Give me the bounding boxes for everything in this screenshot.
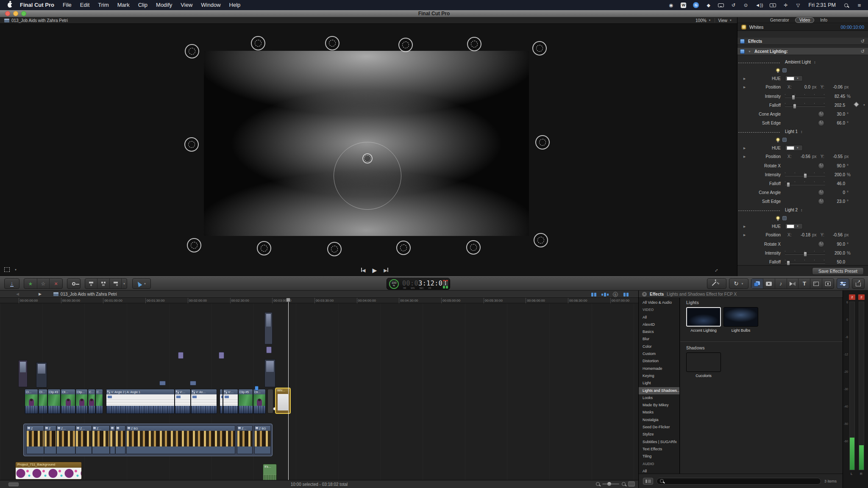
viewer-view-menu[interactable]: View — [718, 18, 728, 23]
timeline-clip[interactable]: Z… — [75, 425, 92, 454]
effects-browser-button[interactable] — [751, 279, 763, 288]
group-name-popup[interactable]: Ambient Light↕ — [785, 60, 816, 64]
param-dial[interactable] — [818, 198, 824, 205]
accent-lighting-header[interactable]: ▼ Accent Lighting: ↺ — [737, 48, 868, 55]
wifi-icon[interactable]: ▽ — [795, 2, 801, 8]
spotlight-search-icon[interactable] — [843, 2, 849, 8]
solo-toggle[interactable]: S — [613, 292, 618, 297]
light-control-handle[interactable] — [184, 137, 199, 152]
previous-frame-button[interactable]: ◀ — [361, 268, 365, 273]
generators-browser-button[interactable] — [822, 279, 834, 288]
effects-category-color[interactable]: Color — [639, 343, 679, 350]
zoom-out-icon[interactable] — [596, 482, 600, 486]
edit-options-dropdown[interactable]: ▼ — [122, 279, 127, 288]
save-effects-preset-button[interactable]: Save Effects Preset — [812, 267, 864, 275]
marker-clip[interactable] — [266, 347, 272, 353]
timeline-body[interactable]: Cl…Cl…Clip #3Cli…Clip…C…C…V: Angle 2 | A… — [0, 303, 638, 480]
slider-thumb[interactable] — [793, 104, 796, 109]
effects-category-all-video-audio[interactable]: All Video & Audio — [639, 299, 679, 306]
effects-enable-checkbox[interactable] — [740, 39, 745, 44]
timeline-clip[interactable] — [115, 425, 125, 454]
slider-thumb[interactable] — [804, 252, 807, 257]
menu-item-help[interactable]: Help — [225, 0, 245, 10]
timeline-clip[interactable]: C… — [95, 389, 103, 414]
light-control-handle[interactable] — [398, 38, 413, 52]
background-clip[interactable]: Project_711_Background — [15, 462, 82, 480]
param-value[interactable]: 200.0 — [825, 251, 845, 255]
menu-item-file[interactable]: File — [58, 0, 76, 10]
effects-category-light[interactable]: Light — [639, 380, 679, 387]
y-value[interactable]: -0.56 — [824, 233, 843, 237]
timeline-ruler[interactable]: 00:00:00:0000:00:30:0000:01:00:0000:01:3… — [0, 298, 638, 303]
battery-icon[interactable]: ↯ — [770, 2, 776, 8]
marker-clip[interactable] — [219, 352, 224, 359]
timeline-clip[interactable]: Clip… — [75, 389, 88, 414]
light-control-handle[interactable] — [257, 241, 271, 255]
param-slider[interactable] — [785, 97, 825, 98]
connected-clip[interactable] — [36, 362, 47, 388]
effects-category-custom[interactable]: Custom — [639, 350, 679, 358]
play-button[interactable]: ▶ — [372, 267, 377, 274]
zoom-window-button[interactable] — [21, 11, 26, 16]
effects-category-masks[interactable]: Masks — [639, 409, 679, 416]
w-app-icon[interactable]: W — [681, 2, 686, 8]
playhead[interactable] — [288, 298, 289, 480]
creative-cloud-icon[interactable]: ◉ — [668, 2, 674, 8]
light-control-handle[interactable] — [467, 37, 481, 51]
mini-audio-meter-left[interactable] — [443, 280, 445, 288]
light-control-handle[interactable] — [327, 242, 342, 256]
connected-clip[interactable] — [264, 312, 273, 344]
effects-category-nostalgia[interactable]: Nostalgia — [639, 416, 679, 424]
unrate-button[interactable]: ☆ — [37, 279, 50, 288]
append-edit-button[interactable] — [110, 279, 122, 288]
param-value[interactable]: 23.0 — [825, 199, 845, 204]
param-value[interactable]: 82.45 — [825, 94, 845, 99]
param-value[interactable]: 202.5 — [825, 103, 845, 108]
skimming-toggle[interactable] — [590, 292, 597, 297]
marker-clip[interactable] — [178, 352, 184, 359]
param-value[interactable]: 30.0 — [825, 112, 845, 116]
param-slider[interactable] — [785, 263, 825, 263]
timeline-clip[interactable]: Z… — [56, 425, 75, 454]
effect-thumbnail-accent-lighting[interactable] — [686, 307, 721, 327]
tab-info[interactable]: Info — [820, 18, 827, 22]
timeline-zoom-slider[interactable] — [602, 483, 619, 485]
timeline-clip[interactable]: Z — [44, 425, 56, 454]
group-name-popup[interactable]: Light 2↕ — [785, 208, 803, 212]
hue-color-well[interactable]: ▼ — [785, 75, 803, 81]
titles-browser-button[interactable]: T — [798, 279, 810, 288]
timeline-clip[interactable]: Clip #5 — [238, 389, 253, 414]
light-control-handle[interactable] — [251, 36, 265, 50]
timeline-clip[interactable]: C… — [88, 389, 95, 414]
inspector-toggle-button[interactable] — [837, 278, 849, 289]
param-value[interactable]: 0 — [825, 190, 845, 195]
accessibility-icon[interactable]: ⊙ — [743, 2, 748, 8]
timeline-clip[interactable]: Z… — [237, 425, 253, 454]
zoom-in-icon[interactable] — [622, 482, 626, 486]
keyframe-icon[interactable] — [854, 102, 859, 107]
param-value[interactable]: 66.0 — [825, 121, 845, 125]
timeline-clip[interactable]: Z BG — [254, 425, 271, 454]
connected-clip[interactable] — [18, 360, 28, 387]
effects-search-input[interactable] — [657, 478, 821, 485]
expand-viewer-icon[interactable]: ↔ — [712, 266, 720, 274]
location-icon[interactable]: ✛ — [783, 2, 788, 8]
param-value[interactable]: 46.0 — [825, 181, 845, 186]
menu-item-mark[interactable]: Mark — [113, 0, 134, 10]
g-app-icon[interactable]: G — [693, 2, 699, 8]
reset-accent-lighting-icon[interactable]: ↺ — [861, 49, 865, 54]
dashboard-timecode[interactable]: 100% 00:03:12:08 HRMINSECFR — [387, 278, 450, 290]
themes-browser-button[interactable] — [810, 279, 822, 288]
playhead-handle[interactable] — [286, 298, 290, 302]
hue-color-well[interactable]: ▼ — [785, 223, 803, 229]
reset-effects-icon[interactable]: ↺ — [861, 39, 865, 44]
param-value[interactable]: 90.0 — [825, 242, 845, 247]
next-frame-button[interactable]: ▶ — [384, 268, 388, 273]
timeline-clip[interactable]: Z BG — [126, 425, 235, 454]
import-media-button[interactable]: ↓ — [4, 278, 19, 289]
effects-category-all[interactable]: All — [639, 314, 679, 321]
timeline-clip[interactable]: Clip #3 — [47, 389, 61, 414]
param-dial[interactable] — [818, 111, 824, 117]
airplay-display-icon[interactable] — [718, 2, 724, 8]
tab-video[interactable]: Video — [795, 17, 814, 23]
